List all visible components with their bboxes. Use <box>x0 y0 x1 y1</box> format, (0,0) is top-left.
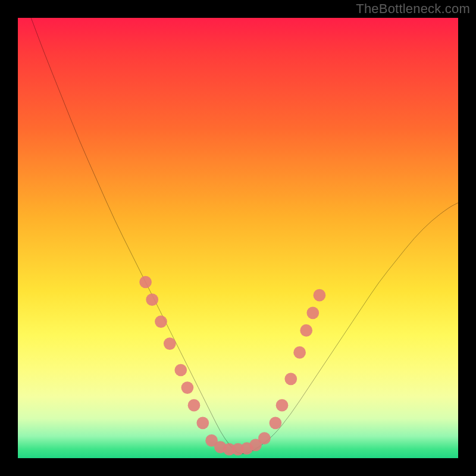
marker-group <box>139 276 325 456</box>
plot-area <box>18 18 458 458</box>
curve-marker <box>188 399 201 412</box>
curve-marker <box>146 293 158 306</box>
curve-marker <box>155 315 167 328</box>
curve-marker <box>300 324 312 337</box>
curve-marker <box>270 416 282 429</box>
curve-marker <box>284 372 297 385</box>
curve-marker <box>196 416 209 429</box>
curve-marker <box>306 306 319 319</box>
curve-marker <box>174 364 187 377</box>
chart-frame: TheBottleneck.com <box>0 0 476 476</box>
curve-marker <box>164 337 176 350</box>
chart-svg <box>18 18 458 458</box>
bottleneck-curve <box>31 18 458 454</box>
curve-marker <box>181 381 194 394</box>
curve-marker <box>293 346 306 359</box>
curve-marker <box>139 276 152 289</box>
curve-marker <box>276 399 289 412</box>
curve-marker <box>314 289 326 302</box>
curve-marker <box>258 432 271 444</box>
watermark-text: TheBottleneck.com <box>356 1 470 17</box>
